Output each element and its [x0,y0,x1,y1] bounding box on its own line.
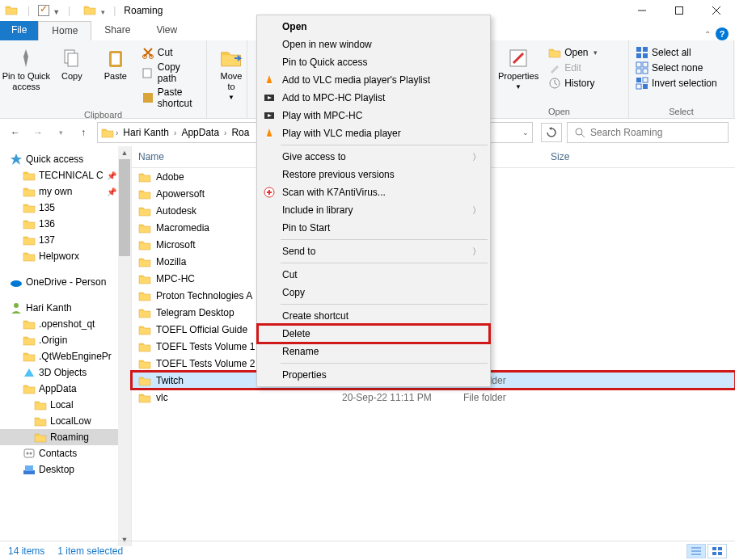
context-menu-item[interactable]: Add to MPC-HC Playlist [258,89,489,107]
svg-rect-18 [636,62,641,67]
back-button[interactable]: ← [6,124,24,141]
svg-rect-19 [643,62,648,67]
minimize-button[interactable] [623,0,661,21]
svg-rect-23 [643,78,648,82]
tree-item[interactable]: .openshot_qt [0,316,131,332]
folder-icon [138,272,151,285]
tab-file[interactable]: File [0,21,38,40]
tree-item[interactable]: 135 [0,200,131,216]
pin-to-quick-access-button[interactable]: Pin to Quick access [5,45,48,94]
details-view-button[interactable] [686,544,706,558]
properties-button[interactable]: Properties▼ [495,45,542,93]
tree-quick-access[interactable]: Quick access [0,151,131,167]
tab-share[interactable]: Share [91,21,143,40]
tree-item[interactable]: 3D Objects [0,364,131,381]
svg-point-32 [30,453,32,455]
tree-item[interactable]: AppData [0,381,131,397]
context-menu-item[interactable]: Open in new window [258,36,489,53]
context-menu-item[interactable]: Scan with K7AntiVirus... [258,183,489,201]
breadcrumb-segment[interactable]: Roa [228,125,252,140]
up-button[interactable]: ↑ [74,124,92,141]
tree-item[interactable]: .QtWebEnginePr [0,348,131,364]
chevron-down-icon[interactable]: ▾ [101,8,105,16]
tree-item[interactable]: TECHNICAL C📌 [0,167,131,183]
folder-icon [138,289,151,302]
column-header-size[interactable]: Size [544,146,609,167]
folder-icon [138,255,151,268]
context-menu-item[interactable]: Play with MPC-HC [258,107,489,124]
tree-item[interactable]: 137 [0,232,131,248]
context-menu-item[interactable]: Cut [258,266,489,284]
tree-item[interactable]: Desktop [0,461,131,478]
select-all-button[interactable]: Select all [634,45,719,60]
tree-item[interactable]: Contacts [0,445,131,461]
context-menu-item[interactable]: Delete [258,325,489,343]
tree-item[interactable]: Local [0,397,131,413]
tree-item[interactable]: LocalLow [0,413,131,429]
scrollbar-thumb[interactable] [119,159,130,256]
breadcrumb-segment[interactable]: AppData [178,125,222,140]
scroll-up-icon[interactable]: ▲ [118,146,131,159]
tree-item[interactable]: .Origin [0,332,131,348]
svg-rect-15 [643,47,648,52]
thumbnails-view-button[interactable] [708,544,727,558]
copy-path-button[interactable]: Copy path [140,61,201,85]
context-menu-item[interactable]: Create shortcut [258,307,489,325]
context-menu-item[interactable]: Properties [258,366,489,384]
qat-properties-icon[interactable] [38,5,49,16]
search-input[interactable]: Search Roaming [567,122,729,143]
context-menu-item[interactable]: Restore previous versions [258,166,489,183]
context-menu-item[interactable]: Pin to Start [258,219,489,237]
context-menu-item[interactable]: Open [258,18,489,36]
svg-rect-38 [266,137,272,138]
context-menu-item[interactable]: Play with VLC media player [258,124,489,142]
context-menu-item[interactable]: Copy [258,284,489,301]
file-row[interactable]: vlc20-Sep-22 11:11 PMFile folder [132,389,735,406]
maximize-button[interactable] [661,0,698,21]
copy-button[interactable]: Copy [53,45,91,83]
open-button[interactable]: Open▾ [547,45,598,60]
cut-button[interactable]: Cut [140,45,201,60]
folder-icon [101,126,114,139]
scrollbar[interactable]: ▲ ▼ [118,146,131,546]
chevron-down-icon[interactable]: ▼ [53,8,60,16]
move-to-button[interactable]: Move to▼ [212,45,251,103]
svg-rect-46 [718,552,722,555]
svg-rect-25 [643,84,648,89]
edit-button[interactable]: Edit [547,61,598,75]
help-icon[interactable]: ? [716,27,729,40]
folder-icon [138,221,151,234]
svg-rect-34 [25,465,33,471]
collapse-ribbon-icon[interactable]: ⌃ [704,30,711,39]
paste-shortcut-button[interactable]: Paste shortcut [140,86,201,110]
navigation-pane: Quick access TECHNICAL C📌 my own📌 135 13… [0,146,132,546]
select-none-button[interactable]: Select none [634,61,719,75]
chevron-down-icon[interactable]: ⌄ [522,128,529,137]
invert-selection-button[interactable]: Invert selection [634,76,719,91]
breadcrumb-segment[interactable]: Hari Kanth [120,125,172,140]
history-button[interactable]: History [547,76,598,91]
paste-button[interactable]: Paste [96,45,135,83]
context-menu-item[interactable]: Give access to〉 [258,148,489,166]
folder-icon [138,306,151,319]
tree-item[interactable]: Helpworx [0,248,131,264]
svg-rect-44 [718,547,722,550]
svg-rect-11 [143,93,153,103]
forward-button[interactable]: → [29,124,47,141]
tree-user[interactable]: Hari Kanth [0,300,131,316]
tree-item-roaming[interactable]: Roaming [0,429,131,445]
context-menu-item[interactable]: Include in library〉 [258,201,489,219]
folder-icon [138,357,151,370]
context-menu-item[interactable]: Add to VLC media player's Playlist [258,71,489,89]
recent-locations-button[interactable]: ▾ [52,124,70,141]
tree-item[interactable]: 136 [0,216,131,232]
tree-onedrive[interactable]: OneDrive - Person [0,274,131,290]
refresh-button[interactable] [541,123,562,142]
context-menu-item[interactable]: Rename [258,343,489,360]
tab-home[interactable]: Home [38,21,91,40]
context-menu-item[interactable]: Pin to Quick access [258,53,489,71]
close-button[interactable] [698,0,735,21]
tree-item[interactable]: my own📌 [0,183,131,200]
tab-view[interactable]: View [143,21,190,40]
context-menu-item[interactable]: Send to〉 [258,242,489,260]
